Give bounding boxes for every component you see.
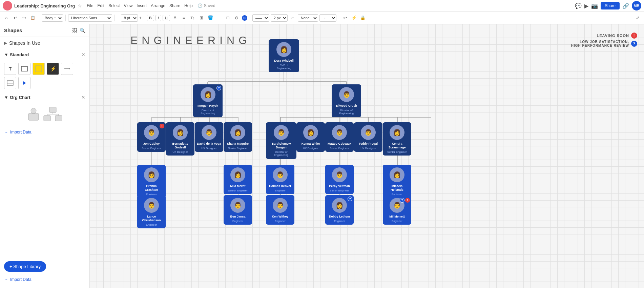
- bold-button[interactable]: B: [147, 15, 154, 21]
- org-node-jon[interactable]: ! 👨 Jon Cubley Senior Engineer: [137, 122, 166, 152]
- menu-arrange[interactable]: Arrange: [151, 3, 165, 8]
- org-node-bartholemew[interactable]: 👨 Bartholemew Durgan Director ofEngineer…: [266, 122, 296, 159]
- copy-style-icon[interactable]: 📋: [29, 14, 37, 22]
- table-icon[interactable]: ⊞: [198, 14, 205, 22]
- user-avatar[interactable]: MB: [632, 1, 641, 11]
- org-node-debby[interactable]: ? 👩 Debby Lethem Engineer: [325, 195, 354, 225]
- app-logo[interactable]: [3, 1, 12, 11]
- org-node-lance[interactable]: 👨 Lance Christianson Engineer: [137, 195, 166, 228]
- org-chart-label: ▼ Org Chart: [4, 95, 30, 100]
- avatar-imogen: 👩: [201, 87, 215, 102]
- undo-icon[interactable]: ↩: [12, 14, 19, 22]
- link-icon[interactable]: 🔗: [622, 3, 629, 9]
- node-name-david: David de la Vega: [197, 142, 221, 146]
- org-node-shana[interactable]: 👩 Shana Maguire Senior Engineer: [224, 122, 252, 152]
- arrow-shape[interactable]: [61, 63, 73, 75]
- corner-icon[interactable]: ⌐: [289, 14, 296, 22]
- org-node-kenna[interactable]: 👩 Kenna White UX Designer: [296, 122, 325, 152]
- undo-back-icon[interactable]: ⌂: [3, 14, 10, 22]
- italic-button[interactable]: I: [155, 15, 161, 21]
- org-node-brenna[interactable]: 👩 Brenna Grasham Engineer: [137, 165, 166, 198]
- org-chart-close-icon[interactable]: ✕: [81, 95, 85, 100]
- menu-insert[interactable]: Insert: [137, 3, 147, 8]
- font-size-decrease[interactable]: –: [117, 16, 120, 20]
- shape-library-button[interactable]: + Shape Library: [4, 261, 46, 272]
- menu-share[interactable]: Share: [169, 3, 180, 8]
- collaboration-icon[interactable]: 💬: [575, 3, 582, 9]
- node-name-micaela: Micaela Neilands: [385, 184, 409, 192]
- org-collapse-arrow-icon[interactable]: ▼: [4, 95, 8, 100]
- search-icon[interactable]: 🔍: [80, 28, 85, 33]
- warning-badge: !: [631, 33, 637, 39]
- lock-icon[interactable]: 🔒: [359, 14, 367, 22]
- share-button[interactable]: Share: [601, 2, 620, 9]
- lightning-icon[interactable]: ⚡: [350, 14, 358, 22]
- collapse-arrow-icon[interactable]: ▼: [4, 52, 8, 57]
- node-role-matteo: Senior Engineer: [330, 147, 349, 150]
- note-shape[interactable]: [33, 63, 45, 75]
- org-node-kendra[interactable]: 👩 Kendra Scrammage Senior Engineer: [383, 122, 411, 156]
- video-icon[interactable]: 📷: [591, 3, 598, 9]
- org-tree-shape[interactable]: [43, 107, 62, 123]
- undo2-icon[interactable]: ↩: [341, 14, 349, 22]
- font-size-increase[interactable]: +: [139, 16, 142, 20]
- star-icon[interactable]: ☆: [78, 3, 82, 8]
- org-node-ellwood[interactable]: 👨 Ellwood Crush Director ofEngineering: [332, 84, 361, 117]
- line-width-select[interactable]: 2 px: [271, 14, 288, 22]
- text-shape[interactable]: T: [4, 63, 16, 75]
- underline-button[interactable]: U: [163, 15, 170, 21]
- org-node-ben[interactable]: 👨 Ben Jansa Engineer: [224, 195, 252, 225]
- org-node-mil[interactable]: ? ! 👨 Mil Merrett Engineer: [383, 195, 411, 225]
- avatar-ken: 👨: [273, 198, 288, 213]
- line-color-icon[interactable]: —: [215, 14, 223, 22]
- style-select[interactable]: Body *: [42, 14, 63, 22]
- shapes-in-use-section[interactable]: ▶ Shapes In Use: [0, 37, 89, 49]
- sidebar-title: Shapes: [4, 27, 22, 33]
- avatar-holmes: 👨: [273, 167, 288, 182]
- menu-help[interactable]: Help: [184, 3, 193, 8]
- image-icon[interactable]: 🖼: [72, 28, 77, 33]
- redo-icon[interactable]: ↪: [20, 14, 28, 22]
- lightning-shape[interactable]: ⚡: [47, 63, 59, 75]
- svg-rect-12: [44, 116, 50, 121]
- org-node-dora[interactable]: 👩 Dora Whebell SVP ofEngineering: [269, 39, 299, 72]
- org-node-imogen[interactable]: ? 👩 Imogen Hayek Director ofEngineering: [193, 84, 223, 117]
- fill-icon[interactable]: 🪣: [207, 14, 214, 22]
- present-icon[interactable]: ▶: [584, 3, 588, 9]
- menu-file[interactable]: File: [87, 3, 93, 8]
- shadow-icon[interactable]: □: [224, 14, 232, 22]
- play-shape[interactable]: [18, 77, 30, 89]
- line-style-select[interactable]: ——: [252, 14, 269, 22]
- font-select[interactable]: Liberation Sans: [68, 14, 112, 22]
- org-node-matteo[interactable]: 👨 Matteo Gobeaux Senior Engineer: [325, 122, 354, 152]
- avatar-mila: 👩: [230, 167, 245, 182]
- waypoint-select[interactable]: None: [298, 14, 318, 22]
- rect-shape[interactable]: [18, 63, 30, 75]
- list-shape[interactable]: [4, 77, 16, 89]
- org-node-ken[interactable]: 👨 Ken Withey Engineer: [266, 195, 294, 225]
- org-node-teddy[interactable]: 👨 Teddy Pregal UX Designer: [354, 122, 382, 152]
- org-node-bernadette[interactable]: 👩 Bernadette Godsell UX Designer: [166, 122, 194, 156]
- org-node-holmes[interactable]: 👨 Holmes Denver Engineer: [266, 165, 294, 194]
- menu-view[interactable]: View: [124, 3, 133, 8]
- org-chart-section-header: ▼ Org Chart ✕: [0, 92, 89, 103]
- org-node-percy[interactable]: 👨 Percy Veltman Senior Engineer: [325, 165, 354, 194]
- import-data-bottom-button[interactable]: → Import Data: [0, 274, 89, 285]
- canvas[interactable]: ENGINEERING LEAVING SOON ! LOW JOB SATIS…: [90, 24, 644, 288]
- align-icon[interactable]: ≡: [180, 14, 188, 22]
- org-node-mila[interactable]: 👩 Mila Merrit Senior Engineer: [224, 165, 252, 194]
- arrow-select[interactable]: →: [319, 14, 336, 22]
- text-size-icon[interactable]: T↕: [189, 14, 196, 22]
- font-color-icon[interactable]: A: [171, 14, 179, 22]
- full-screen-icon[interactable]: ⤢: [634, 14, 641, 22]
- menu-edit[interactable]: Edit: [97, 3, 104, 8]
- font-size-select[interactable]: 8 pt: [121, 14, 138, 22]
- more-icon[interactable]: ⊙: [233, 14, 241, 22]
- menu-select[interactable]: Select: [108, 3, 120, 8]
- org-node-david[interactable]: 👨 David de la Vega UX Designer: [195, 122, 223, 152]
- node-role-imogen: Director ofEngineering: [201, 109, 215, 115]
- org-single-shape[interactable]: [27, 107, 40, 123]
- org-node-micaela[interactable]: 👩 Micaela Neilands Engineer: [383, 165, 411, 198]
- standard-close-icon[interactable]: ✕: [81, 52, 85, 57]
- import-data-button[interactable]: → Import Data: [0, 127, 89, 137]
